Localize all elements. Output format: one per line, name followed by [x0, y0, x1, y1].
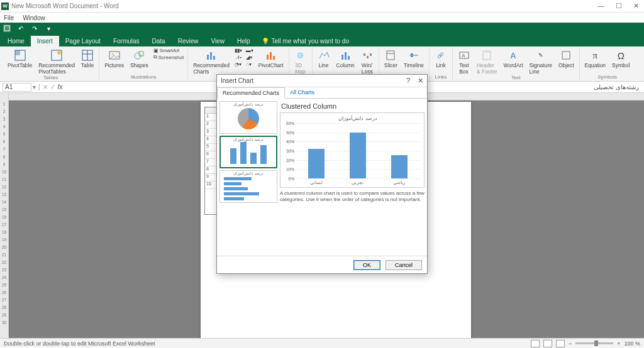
thumb-pie[interactable]: درصد دانش‌آموزان — [219, 101, 277, 134]
sparkline-winloss-icon — [361, 49, 374, 62]
smartart-button[interactable]: ▣SmartArt — [153, 48, 184, 53]
lightbulb-icon: 💡 — [262, 38, 269, 45]
svg-rect-24 — [370, 53, 372, 56]
svg-point-5 — [57, 51, 61, 55]
chart-column-mini[interactable]: ▮▮▾ — [235, 48, 242, 53]
tab-home[interactable]: Home — [1, 36, 31, 46]
pivotchart-button[interactable]: PivotChart — [257, 48, 285, 75]
cancel-button[interactable]: Cancel — [386, 260, 422, 270]
menu-window[interactable]: Window — [23, 14, 45, 21]
fx-icon[interactable]: fx — [58, 84, 63, 90]
group-links-label: Links — [435, 74, 447, 81]
pivottable-icon — [14, 49, 26, 62]
cancel-fx-icon[interactable]: ✕ — [43, 84, 48, 90]
chart-pie-mini[interactable]: ◔▾ — [235, 62, 242, 67]
globe-icon: 🌐 — [294, 49, 307, 62]
tab-data[interactable]: Data — [146, 36, 172, 46]
view-pagebreak-button[interactable] — [556, 340, 565, 347]
ok-button[interactable]: OK — [353, 260, 380, 270]
minimize-button[interactable]: — — [597, 2, 604, 10]
table-icon — [81, 49, 94, 62]
pie-icon — [238, 108, 259, 129]
group-tables-label: Tables — [43, 75, 58, 82]
zoom-value[interactable]: 100 % — [624, 340, 640, 347]
wordart-button[interactable]: AWordArt — [502, 48, 525, 75]
svg-rect-13 — [207, 55, 209, 60]
pivotchart-icon — [265, 49, 277, 62]
shapes-button[interactable]: Shapes — [129, 48, 150, 68]
pivottable-button[interactable]: PivotTable — [6, 48, 33, 75]
tab-page-layout[interactable]: Page Layout — [59, 36, 107, 46]
zoom-out-button[interactable]: − — [569, 340, 572, 347]
enter-fx-icon[interactable]: ✓ — [50, 84, 55, 90]
tab-help[interactable]: Help — [231, 36, 257, 46]
group-symbols-label: Symbols — [597, 74, 617, 81]
screenshot-button[interactable]: ⧉Screenshot — [153, 54, 184, 60]
tab-review[interactable]: Review — [172, 36, 205, 46]
dialog-close-button[interactable]: ✕ — [418, 77, 423, 85]
textbox-button[interactable]: AText Box — [457, 48, 472, 75]
shapes-icon — [133, 49, 145, 62]
timeline-icon — [408, 49, 420, 62]
tab-recommended-charts[interactable]: Recommended Charts — [217, 87, 285, 99]
sparkline-line-button[interactable]: Line — [316, 48, 331, 75]
dialog-title: Insert Chart — [221, 77, 253, 84]
equation-button[interactable]: πEquation — [584, 48, 608, 68]
svg-rect-14 — [210, 52, 212, 60]
symbol-button[interactable]: ΩSymbol — [611, 48, 631, 68]
group-text-label: Text — [511, 75, 521, 82]
chart-area-mini[interactable]: ◢▾ — [246, 55, 253, 60]
slicer-button[interactable]: Slicer — [383, 48, 399, 68]
svg-rect-15 — [213, 56, 215, 60]
svg-rect-23 — [367, 56, 369, 58]
recommended-pivottables-button[interactable]: Recommended PivotTables — [37, 48, 76, 75]
tab-view[interactable]: View — [204, 36, 231, 46]
chart-line-mini[interactable]: ⩘▾ — [235, 55, 242, 60]
smartart-icon: ▣ — [153, 48, 158, 53]
save-icon[interactable] — [3, 24, 11, 33]
chart-type-title: Clustered Column — [281, 102, 425, 110]
tab-insert[interactable]: Insert — [31, 36, 59, 46]
maximize-button[interactable]: ☐ — [616, 2, 622, 10]
signature-button[interactable]: ✎Signature Line — [528, 48, 553, 75]
view-pagelayout-button[interactable] — [543, 340, 552, 347]
close-button[interactable]: ✕ — [633, 2, 639, 10]
group-illustrations: Pictures Shapes ▣SmartArt ⧉Screenshot Il… — [99, 48, 188, 81]
zoom-slider[interactable] — [575, 342, 613, 344]
ribbon-tabs: Home Insert Page Layout Formulas Data Re… — [0, 34, 644, 46]
object-button[interactable]: Object — [557, 48, 575, 75]
pictures-button[interactable]: Pictures — [103, 48, 125, 68]
menu-file[interactable]: File — [4, 14, 14, 21]
tab-all-charts[interactable]: All Charts — [285, 87, 319, 98]
sparkline-winloss-button[interactable]: Win/ Loss — [360, 48, 375, 75]
dialog-help-button[interactable]: ? — [406, 77, 410, 85]
qat-customize-icon[interactable]: ▾ — [44, 24, 53, 33]
timeline-button[interactable]: Timeline — [402, 48, 425, 68]
chart-title: درصد دانش‌آموزان — [294, 116, 421, 121]
insert-chart-dialog: Insert Chart ? ✕ Recommended Charts All … — [216, 74, 428, 274]
zoom-in-button[interactable]: + — [617, 340, 620, 347]
redo-icon[interactable]: ↷ — [30, 24, 39, 33]
namebox-dropdown-icon[interactable]: ▾ — [33, 84, 36, 90]
thumb-clustered-bar[interactable]: درصد دانش‌آموزان — [219, 170, 277, 203]
svg-rect-22 — [364, 53, 365, 56]
dialog-footer: OK Cancel — [217, 256, 427, 273]
table-button[interactable]: Table — [80, 48, 95, 75]
view-normal-button[interactable] — [531, 340, 540, 347]
chart-scatter-mini[interactable]: ∴▾ — [246, 62, 253, 67]
tab-formulas[interactable]: Formulas — [107, 36, 146, 46]
link-button[interactable]: 🔗Link — [433, 48, 448, 68]
chart-bar-mini[interactable]: ▬▾ — [246, 48, 253, 53]
thumb-clustered-column[interactable]: درصد دانش‌آموزان — [219, 136, 277, 168]
name-box[interactable]: A1 — [3, 83, 31, 92]
svg-rect-18 — [273, 56, 275, 60]
svg-rect-25 — [387, 51, 394, 60]
recommended-charts-button[interactable]: Recommended Charts — [192, 48, 231, 75]
undo-icon[interactable]: ↶ — [16, 24, 25, 33]
tell-me[interactable]: 💡 Tell me what you want to do — [257, 36, 354, 46]
header-footer-button[interactable]: Header & Footer — [475, 48, 499, 75]
chart-preview[interactable]: درصد دانش‌آموزان 0%10%20%30%40%50%60%انس… — [280, 112, 425, 188]
sparkline-column-button[interactable]: Column — [335, 48, 356, 75]
3dmap-button[interactable]: 🌐3D Map — [293, 48, 308, 75]
group-text: AText Box Header & Footer AWordArt ✎Sign… — [453, 48, 580, 81]
